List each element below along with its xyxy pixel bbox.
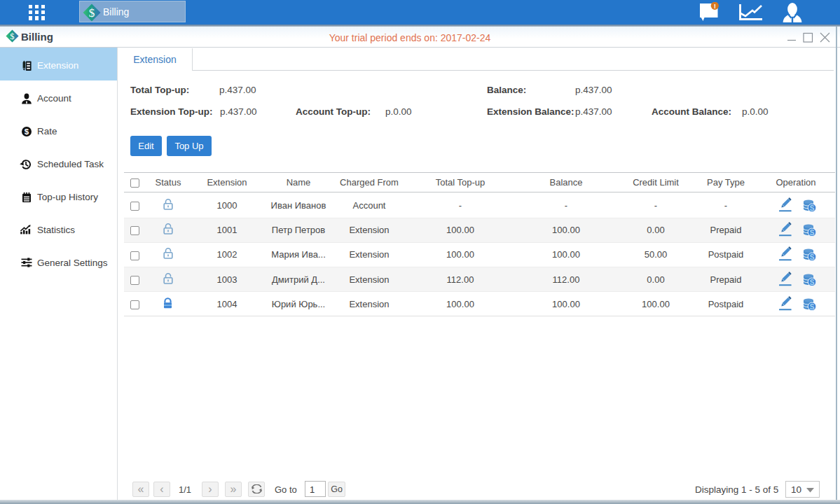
svg-text:S: S bbox=[810, 302, 815, 310]
svg-text:S: S bbox=[810, 204, 815, 212]
svg-text:S: S bbox=[810, 229, 815, 237]
svg-text:$: $ bbox=[89, 6, 95, 20]
svg-text:$: $ bbox=[10, 31, 14, 41]
svg-text:$: $ bbox=[25, 127, 29, 136]
svg-text:!: ! bbox=[714, 2, 716, 10]
svg-text:S: S bbox=[810, 253, 815, 261]
svg-text:S: S bbox=[810, 278, 815, 286]
